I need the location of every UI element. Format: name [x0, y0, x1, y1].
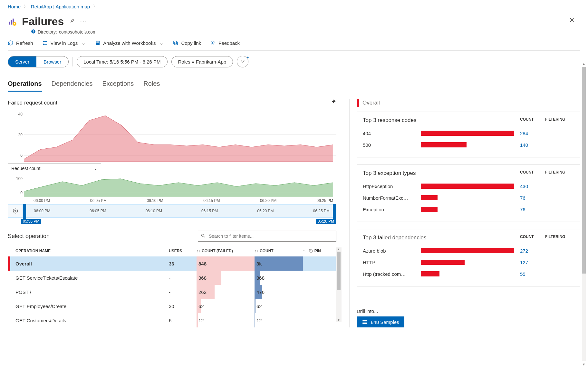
search-field[interactable]	[208, 233, 333, 239]
scroll-up-icon[interactable]: ▲	[581, 62, 587, 65]
brush-handle-right[interactable]	[333, 204, 336, 219]
table-row[interactable]: GET Customers/Details61212	[8, 313, 336, 327]
svg-rect-15	[174, 41, 177, 44]
table-row[interactable]: GET ServiceTickets/Escalate-368368	[8, 271, 336, 285]
time-range-pill[interactable]: Local Time: 5/16 5:56 PM - 6:26 PM	[77, 56, 167, 67]
svg-point-10	[43, 44, 44, 45]
card-row: Http (tracked com… 55	[363, 268, 574, 280]
roles-filter-pill[interactable]: Roles = Fabrikam-App	[171, 56, 233, 67]
cell-failed: 12	[197, 313, 255, 327]
operations-table: OPERATION NAME USERS ↑↓COUNT (FAILED) ↑↓…	[8, 249, 336, 327]
card-row: 404 284	[363, 127, 574, 139]
row-count-link[interactable]: 140	[520, 142, 545, 148]
scroll-up-icon[interactable]: ▲	[337, 247, 340, 251]
search-input[interactable]	[198, 231, 336, 242]
chevron-right-icon: 〉	[24, 4, 28, 9]
brush-tick: 06:10 PM	[146, 209, 162, 213]
drill-into: Drill into... 848 Samples	[357, 308, 580, 327]
x-tick: 06:10 PM	[147, 198, 163, 203]
col-pin[interactable]: ↑↓ PIN	[303, 249, 322, 253]
copy-link-button[interactable]: Copy link	[173, 40, 201, 46]
cell-users: 6	[169, 318, 197, 323]
card-title: Top 3 exception types	[363, 170, 520, 176]
scroll-down-icon[interactable]: ▼	[337, 318, 340, 322]
page-scrollbar[interactable]: ▲ ▼	[581, 62, 587, 366]
cell-failed: 262	[197, 285, 255, 299]
row-bar	[421, 195, 514, 200]
samples-button[interactable]: 848 Samples	[357, 316, 404, 327]
tabs: Operations Dependencies Exceptions Roles	[8, 80, 580, 92]
row-count-link[interactable]: 76	[520, 207, 545, 212]
more-icon[interactable]: ···	[80, 18, 87, 25]
breadcrumb-app[interactable]: RetailApp | Application map	[31, 4, 90, 9]
row-bar	[421, 207, 514, 212]
card-title: Top 3 failed dependencies	[363, 235, 520, 241]
brush-handle-left[interactable]	[23, 204, 26, 219]
add-filter-icon[interactable]: +	[237, 56, 248, 67]
feedback-button[interactable]: Feedback	[210, 40, 240, 46]
row-count-link[interactable]: 55	[520, 271, 545, 277]
metric-dropdown[interactable]: Request count ⌄	[8, 164, 101, 173]
col-users[interactable]: USERS	[169, 249, 197, 253]
card-title: Top 3 response codes	[363, 117, 520, 124]
filtering-header: FILTERING	[545, 117, 574, 124]
summary-card: Top 3 response codesCOUNTFILTERING 404 2…	[357, 112, 580, 157]
row-count-link[interactable]: 127	[520, 260, 545, 265]
tab-operations[interactable]: Operations	[8, 80, 42, 92]
table-row[interactable]: GET Employees/Create306262	[8, 299, 336, 313]
scroll-thumb[interactable]	[582, 67, 586, 274]
table-row[interactable]: Overall368483k	[8, 256, 336, 271]
count-header: COUNT	[520, 117, 545, 124]
svg-rect-1	[11, 20, 12, 25]
cell-name: GET Customers/Details	[8, 318, 169, 323]
failed-request-chart[interactable]: 40 20 0	[8, 110, 336, 162]
divider	[72, 57, 73, 66]
toggle-server[interactable]: Server	[8, 56, 36, 67]
col-count[interactable]: ↑↓COUNT	[255, 249, 303, 253]
y-tick: 40	[18, 112, 23, 116]
cell-name: GET ServiceTickets/Escalate	[8, 275, 169, 281]
scroll-down-icon[interactable]: ▼	[581, 363, 587, 366]
history-icon[interactable]	[8, 205, 23, 217]
svg-rect-4	[14, 23, 15, 24]
svg-rect-0	[9, 22, 10, 25]
chevron-down-icon: ⌄	[82, 40, 86, 46]
row-count-link[interactable]: 272	[520, 248, 545, 254]
row-count-link[interactable]: 76	[520, 195, 545, 201]
y-tick: 0	[20, 153, 23, 158]
chevron-down-icon: ⌄	[94, 166, 98, 171]
refresh-button[interactable]: Refresh	[8, 40, 33, 46]
tab-roles[interactable]: Roles	[143, 80, 160, 92]
table-row[interactable]: POST /-262476	[8, 285, 336, 299]
cell-failed: 368	[197, 271, 255, 285]
row-count-link[interactable]: 284	[520, 131, 545, 136]
pin-icon[interactable]	[69, 18, 75, 25]
time-brush[interactable]: 06:00 PM06:05 PM06:10 PM06:15 PM06:20 PM…	[8, 204, 336, 218]
y-tick: 100	[16, 176, 23, 181]
y-tick: 20	[18, 133, 23, 137]
overall-label: Overall	[362, 100, 380, 106]
brush-tick: 06:05 PM	[90, 209, 106, 213]
chart-title: Failed request count	[8, 100, 57, 106]
x-tick: 06:15 PM	[203, 198, 220, 203]
view-in-logs-button[interactable]: View in Logs ⌄	[42, 40, 86, 46]
server-browser-toggle[interactable]: Server Browser	[8, 56, 69, 67]
close-icon[interactable]	[569, 17, 575, 24]
col-count-failed[interactable]: ↑↓COUNT (FAILED)	[197, 249, 255, 253]
pin-icon[interactable]	[330, 99, 336, 107]
tab-exceptions[interactable]: Exceptions	[102, 80, 134, 92]
row-name: NumberFormatExc…	[363, 195, 421, 201]
card-row: Exception 76	[363, 204, 574, 215]
tab-dependencies[interactable]: Dependencies	[52, 80, 93, 92]
breadcrumb-home[interactable]: Home	[8, 4, 21, 9]
analyze-workbooks-button[interactable]: Analyze with Workbooks ⌄	[95, 40, 164, 46]
col-operation-name[interactable]: OPERATION NAME	[8, 249, 169, 253]
svg-point-17	[202, 234, 204, 237]
page-title: Failures	[22, 15, 64, 28]
directory-value: contosohotels.com	[59, 29, 97, 35]
row-count-link[interactable]: 430	[520, 184, 545, 189]
scroll-thumb[interactable]	[337, 252, 341, 290]
toggle-browser[interactable]: Browser	[36, 56, 68, 67]
request-count-chart[interactable]: 100 0	[8, 175, 336, 197]
x-axis-labels: 06:00 PM06:05 PM06:10 PM06:15 PM06:20 PM…	[8, 197, 336, 203]
